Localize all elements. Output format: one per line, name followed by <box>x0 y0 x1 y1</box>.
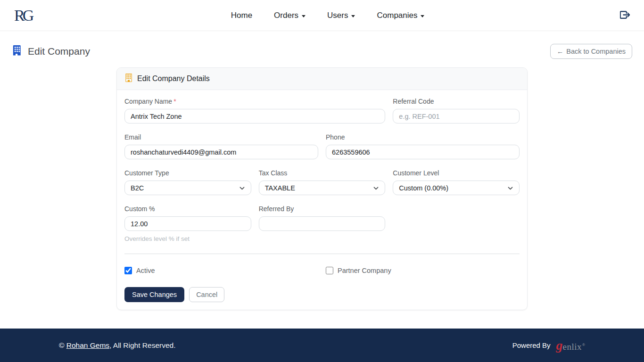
referral-code-label: Referral Code <box>393 98 520 105</box>
chevron-down-icon <box>373 185 379 191</box>
field-referral-code: Referral Code <box>393 98 520 123</box>
page-title-wrap: Edit Company <box>12 45 90 58</box>
form-row-3: Customer Type B2C Tax Class TAXABLE <box>124 169 520 195</box>
card-header: Edit Company Details <box>117 68 527 90</box>
field-referred-by: Referred By <box>259 205 386 242</box>
genlix-logo-rest: enlix <box>563 342 582 352</box>
nav-item-label: Users <box>327 11 348 20</box>
copyright-symbol: © <box>59 341 66 349</box>
field-custom-percent: Custom % Overrides level % if set <box>124 205 251 242</box>
building-icon <box>12 45 23 58</box>
footer: © Rohan Gems, All Right Reserved. Powere… <box>0 329 644 362</box>
custom-percent-input[interactable] <box>124 216 251 231</box>
customer-type-label: Customer Type <box>124 169 251 177</box>
caret-down-icon <box>421 15 424 17</box>
email-label: Email <box>124 133 318 141</box>
email-input[interactable] <box>124 145 318 159</box>
page-header: Edit Company ← Back to Companies <box>0 31 644 59</box>
partner-company-checkbox-label: Partner Company <box>338 267 391 274</box>
nav-item-label: Orders <box>274 11 298 20</box>
box-arrow-right-icon <box>620 10 630 21</box>
tax-class-value: TAXABLE <box>265 184 295 192</box>
rohan-gems-link[interactable]: Rohan Gems <box>66 341 109 349</box>
field-email: Email <box>124 133 318 159</box>
phone-label: Phone <box>326 133 520 141</box>
chevron-down-icon <box>507 185 513 191</box>
rights-text: , All Right Reserved. <box>109 341 175 349</box>
active-checkbox-label: Active <box>136 267 155 274</box>
main-nav: Home Orders Users Companies <box>231 11 425 20</box>
genlix-logo[interactable]: genlix® <box>556 339 585 352</box>
save-changes-button[interactable]: Save Changes <box>124 287 184 302</box>
page-title: Edit Company <box>28 46 90 57</box>
nav-item-label: Home <box>231 11 252 20</box>
custom-percent-help: Overrides level % if set <box>124 235 251 242</box>
caret-down-icon <box>351 15 355 17</box>
tax-class-select[interactable]: TAXABLE <box>259 181 386 195</box>
building-outline-icon <box>124 74 133 84</box>
registered-mark: ® <box>582 343 585 347</box>
phone-input[interactable] <box>326 145 520 159</box>
brand-logo[interactable]: RG <box>14 8 35 24</box>
custom-percent-label: Custom % <box>124 205 251 213</box>
nav-item-companies[interactable]: Companies <box>377 11 424 20</box>
partner-company-checkbox[interactable] <box>326 267 333 274</box>
form-row-1: Company Name* Referral Code <box>124 98 520 123</box>
nav-item-home[interactable]: Home <box>231 11 252 20</box>
cancel-button[interactable]: Cancel <box>189 287 224 302</box>
nav-item-users[interactable]: Users <box>327 11 355 20</box>
field-company-name: Company Name* <box>124 98 385 123</box>
caret-down-icon <box>302 15 305 17</box>
field-phone: Phone <box>326 133 520 159</box>
active-checkbox-group: Active <box>124 267 318 274</box>
referral-code-input[interactable] <box>393 109 520 123</box>
chevron-down-icon <box>239 185 245 191</box>
customer-level-value: Custom (0.00%) <box>399 184 448 192</box>
card-body: Company Name* Referral Code Email Phone <box>117 90 527 310</box>
active-checkbox[interactable] <box>124 267 132 274</box>
required-asterisk: * <box>173 98 176 105</box>
form-row-4: Custom % Overrides level % if set Referr… <box>124 205 520 242</box>
powered-by: Powered By genlix® <box>512 339 585 352</box>
company-name-input[interactable] <box>124 109 385 123</box>
edit-company-card: Edit Company Details Company Name* Refer… <box>116 67 528 310</box>
powered-by-label: Powered By <box>512 341 551 349</box>
nav-item-label: Companies <box>377 11 417 20</box>
customer-type-value: B2C <box>131 184 144 192</box>
referred-by-input[interactable] <box>259 216 386 231</box>
card-header-title: Edit Company Details <box>137 74 210 83</box>
left-arrow-icon: ← <box>557 48 564 55</box>
logout-button[interactable] <box>620 10 630 21</box>
button-row: Save Changes Cancel <box>124 287 520 302</box>
back-button-label: Back to Companies <box>566 48 626 55</box>
customer-type-select[interactable]: B2C <box>124 181 251 195</box>
divider <box>124 254 520 254</box>
field-customer-type: Customer Type B2C <box>124 169 251 195</box>
partner-company-checkbox-group: Partner Company <box>326 267 520 274</box>
company-name-label: Company Name* <box>124 98 385 105</box>
tax-class-label: Tax Class <box>259 169 386 177</box>
form-row-2: Email Phone <box>124 133 520 159</box>
nav-item-orders[interactable]: Orders <box>274 11 305 20</box>
customer-level-label: Customer Level <box>393 169 520 177</box>
customer-level-select[interactable]: Custom (0.00%) <box>393 181 520 195</box>
field-customer-level: Customer Level Custom (0.00%) <box>393 169 520 195</box>
back-to-companies-button[interactable]: ← Back to Companies <box>550 44 632 59</box>
field-tax-class: Tax Class TAXABLE <box>259 169 386 195</box>
copyright-text: © Rohan Gems, All Right Reserved. <box>59 341 176 350</box>
footer-inner: © Rohan Gems, All Right Reserved. Powere… <box>53 339 591 352</box>
top-navbar: RG Home Orders Users Companies <box>0 0 644 31</box>
referred-by-label: Referred By <box>259 205 386 213</box>
genlix-logo-initial: g <box>556 339 563 352</box>
checkbox-row: Active Partner Company <box>124 267 520 274</box>
